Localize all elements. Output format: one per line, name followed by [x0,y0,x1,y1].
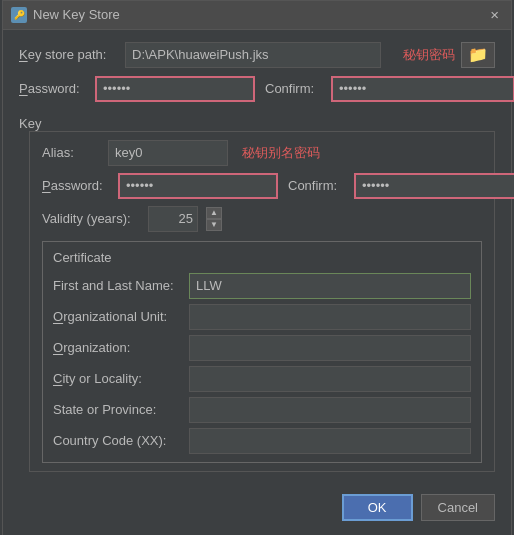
keystore-password-input[interactable] [95,76,255,102]
browse-button[interactable]: 📁 [461,42,495,68]
keystore-password-label: Password: [19,81,89,96]
keystore-confirm-input[interactable] [331,76,514,102]
dialog: 🔑 New Key Store × Key store path: 秘钥密码 📁… [2,0,512,535]
certificate-title: Certificate [53,250,471,265]
cert-org-unit-row: Organizational Unit: [53,304,471,330]
validity-row: Validity (years): ▲ ▼ [42,206,482,232]
validity-spinner: ▲ ▼ [206,207,222,231]
cancel-button[interactable]: Cancel [421,494,495,521]
alias-label: Alias: [42,145,102,160]
dialog-title: New Key Store [33,7,480,22]
cert-country-input[interactable] [189,428,471,454]
cert-org-row: Organization: [53,335,471,361]
cert-country-row: Country Code (XX): [53,428,471,454]
cert-org-label: Organization: [53,340,183,355]
validity-increment-button[interactable]: ▲ [206,207,222,219]
cert-state-row: State or Province: [53,397,471,423]
key-password-row: Password: Confirm: [42,173,482,199]
key-confirm-input[interactable] [354,173,514,199]
alias-input[interactable] [108,140,228,166]
keystore-path-label: Key store path: [19,47,119,62]
key-password-input[interactable] [118,173,278,199]
validity-input[interactable] [148,206,198,232]
cert-org-unit-label: Organizational Unit: [53,309,183,324]
cert-org-input[interactable] [189,335,471,361]
cert-first-last-name-input[interactable] [189,273,471,299]
key-confirm-label: Confirm: [288,178,348,193]
validity-decrement-button[interactable]: ▼ [206,219,222,231]
dialog-footer: OK Cancel [3,484,511,535]
keystore-path-row: Key store path: 秘钥密码 📁 [19,42,495,68]
key-alias-annotation: 秘钥别名密码 [242,144,320,162]
dialog-content: Key store path: 秘钥密码 📁 Password: Confirm… [3,30,511,484]
cert-first-last-name-row: First and Last Name: [53,273,471,299]
cert-org-unit-input[interactable] [189,304,471,330]
keystore-password-row: Password: Confirm: [19,76,495,102]
keystore-password-annotation: 秘钥密码 [403,46,455,64]
close-button[interactable]: × [486,7,503,22]
keystore-path-label-k: K [19,47,28,62]
keystore-path-input[interactable] [125,42,381,68]
validity-label: Validity (years): [42,211,142,226]
key-section-content: Alias: 秘钥别名密码 Password: Confirm: Validit… [29,131,495,472]
alias-row: Alias: 秘钥别名密码 [42,140,482,166]
cert-first-last-name-label: First and Last Name: [53,278,183,293]
key-section-label: Key [19,116,495,131]
certificate-section: Certificate First and Last Name: Organiz… [42,241,482,463]
key-section: Key Alias: 秘钥别名密码 Password: Confirm: [19,112,495,472]
cert-state-label: State or Province: [53,402,183,417]
cert-city-input[interactable] [189,366,471,392]
keystore-confirm-label: Confirm: [265,81,325,96]
ok-button[interactable]: OK [342,494,413,521]
title-bar: 🔑 New Key Store × [3,1,511,30]
cert-city-label: City or Locality: [53,371,183,386]
cert-country-label: Country Code (XX): [53,433,183,448]
key-icon: 🔑 [11,7,27,23]
cert-state-input[interactable] [189,397,471,423]
cert-city-row: City or Locality: [53,366,471,392]
key-password-label: Password: [42,178,112,193]
